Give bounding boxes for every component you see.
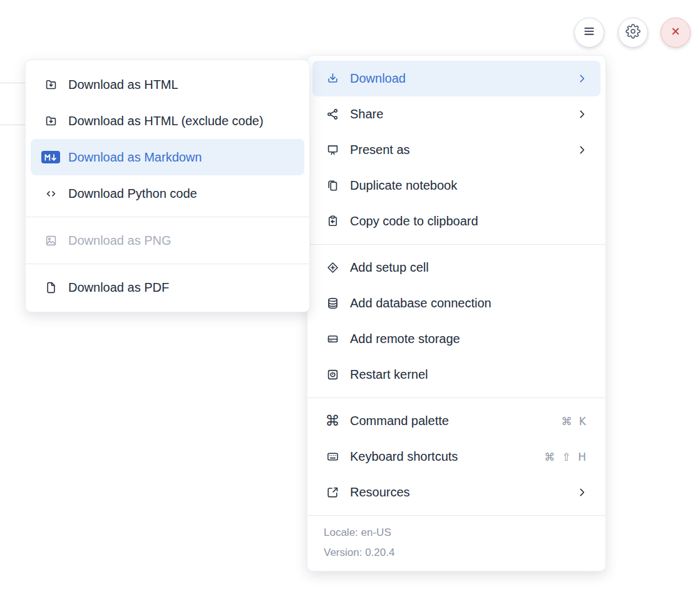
chevron-right-icon <box>576 108 588 120</box>
menu-item-label: Add remote storage <box>350 332 588 346</box>
menu-item-label: Download <box>350 71 569 86</box>
chevron-right-icon <box>576 486 588 498</box>
diamond-plus-icon <box>324 260 341 275</box>
hamburger-menu-button[interactable] <box>574 18 604 48</box>
chevron-right-icon <box>576 73 588 85</box>
folder-download-icon <box>42 114 59 128</box>
background-divider-line <box>0 83 25 83</box>
image-icon <box>42 234 59 248</box>
menu-item-share[interactable]: Share <box>312 96 600 132</box>
close-button[interactable] <box>661 18 691 48</box>
menu-item-copy-code-clipboard[interactable]: Copy code to clipboard <box>312 203 600 239</box>
folder-download-icon <box>42 78 59 92</box>
menu-item-restart-kernel[interactable]: Restart kernel <box>312 357 600 393</box>
close-icon <box>668 24 683 41</box>
code-icon <box>42 187 59 201</box>
shortcut-hint: ⌘ ⇧ H <box>544 451 588 463</box>
duplicate-icon <box>324 178 341 193</box>
menu-item-label: Copy code to clipboard <box>350 214 588 228</box>
menu-item-label: Download as HTML <box>68 78 292 92</box>
locale-text: Locale: en-US <box>324 523 593 543</box>
database-icon <box>324 296 341 311</box>
keyboard-icon <box>324 449 341 464</box>
menu-item-download-png: Download as PNG <box>31 222 304 259</box>
file-icon <box>42 280 59 295</box>
chevron-right-icon <box>576 144 588 156</box>
command-icon: ⌘ <box>324 414 341 428</box>
download-submenu-panel: Download as HTMLDownload as HTML (exclud… <box>25 59 310 312</box>
menu-divider <box>307 398 605 398</box>
menu-divider <box>307 244 605 245</box>
menu-item-label: Download as PDF <box>68 280 292 295</box>
menu-item-add-remote-storage[interactable]: Add remote storage <box>312 321 600 357</box>
menu-item-label: Present as <box>350 143 569 157</box>
power-icon <box>324 367 341 382</box>
shortcut-hint: ⌘ K <box>561 415 588 428</box>
page-background: DownloadSharePresent asDuplicate noteboo… <box>0 0 700 616</box>
menu-item-command-palette[interactable]: ⌘Command palette⌘ K <box>312 403 600 439</box>
download-submenu-items: Download as HTMLDownload as HTML (exclud… <box>26 66 309 305</box>
download-icon <box>324 71 341 86</box>
main-menu-panel: DownloadSharePresent asDuplicate noteboo… <box>307 55 606 572</box>
markdown-badge <box>41 151 60 163</box>
menu-item-add-setup-cell[interactable]: Add setup cell <box>312 250 600 285</box>
menu-divider <box>26 217 309 217</box>
menu-item-label: Restart kernel <box>350 367 588 382</box>
background-divider-line <box>0 125 25 125</box>
menu-item-add-database-connection[interactable]: Add database connection <box>312 285 600 321</box>
markdown-icon <box>42 151 59 163</box>
menu-footer: Locale: en-US Version: 0.20.4 <box>307 515 605 571</box>
menu-item-label: Duplicate notebook <box>350 178 588 193</box>
menu-item-label: Add setup cell <box>350 260 588 275</box>
menu-item-label: Add database connection <box>350 296 588 311</box>
external-link-icon <box>324 485 341 500</box>
menu-item-duplicate-notebook[interactable]: Duplicate notebook <box>312 168 600 203</box>
menu-item-download-html[interactable]: Download as HTML <box>31 66 304 103</box>
menu-item-label: Share <box>350 107 569 121</box>
menu-item-present-as[interactable]: Present as <box>312 132 600 168</box>
clipboard-arrow-icon <box>324 214 341 228</box>
menu-item-download-markdown[interactable]: Download as Markdown <box>31 139 304 175</box>
settings-button[interactable] <box>618 18 648 48</box>
menu-item-resources[interactable]: Resources <box>312 475 600 510</box>
version-text: Version: 0.20.4 <box>324 543 593 563</box>
hamburger-icon <box>582 24 597 41</box>
menu-item-label: Keyboard shortcuts <box>350 449 544 464</box>
menu-item-label: Download Python code <box>68 187 292 201</box>
main-menu-items: DownloadSharePresent asDuplicate noteboo… <box>307 61 605 510</box>
menu-item-download-pdf[interactable]: Download as PDF <box>31 269 304 305</box>
menu-item-download-html-exclude[interactable]: Download as HTML (exclude code) <box>31 103 304 139</box>
menu-item-download[interactable]: Download <box>312 61 600 96</box>
menu-item-label: Download as PNG <box>68 234 292 248</box>
menu-item-label: Download as HTML (exclude code) <box>68 114 292 128</box>
menu-item-label: Download as Markdown <box>68 150 292 165</box>
menu-item-keyboard-shortcuts[interactable]: Keyboard shortcuts⌘ ⇧ H <box>312 439 600 475</box>
menu-item-download-python[interactable]: Download Python code <box>31 175 304 212</box>
menu-divider <box>26 264 309 264</box>
menu-item-label: Command palette <box>350 414 561 428</box>
menu-item-label: Resources <box>350 485 569 500</box>
present-icon <box>324 143 341 157</box>
gear-icon <box>625 24 641 41</box>
share-icon <box>324 107 341 121</box>
storage-drive-icon <box>324 332 341 346</box>
